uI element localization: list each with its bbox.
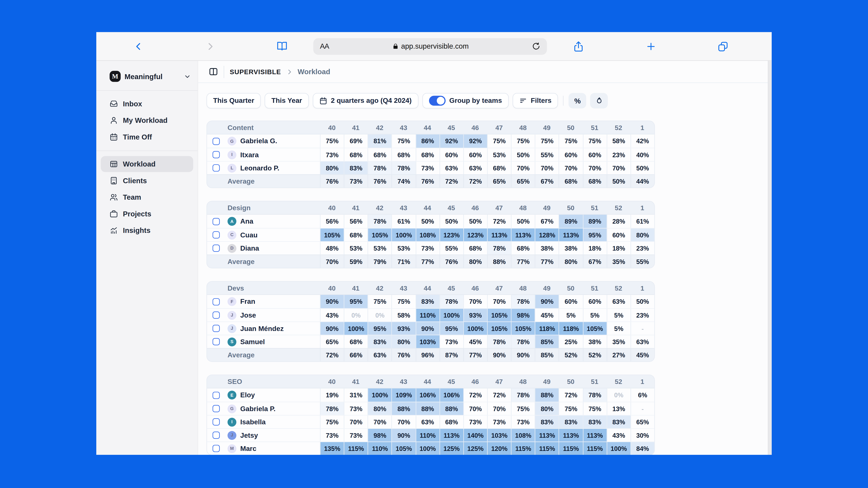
sidebar-item-inbox[interactable]: Inbox: [101, 96, 193, 112]
workload-cell[interactable]: 6%: [630, 388, 654, 402]
workload-cell[interactable]: 75%: [392, 134, 415, 148]
workload-cell[interactable]: 70%: [392, 416, 415, 428]
workload-cell[interactable]: 83%: [344, 162, 368, 174]
workload-cell[interactable]: 40%: [630, 149, 654, 161]
workload-cell[interactable]: 105%: [487, 309, 511, 322]
workload-cell[interactable]: 53%: [368, 242, 392, 255]
workload-cell[interactable]: 75%: [320, 134, 344, 148]
workload-cell[interactable]: 0%: [344, 309, 368, 322]
row-checkbox[interactable]: [212, 405, 220, 412]
workload-cell[interactable]: 85%: [535, 335, 559, 348]
workload-cell[interactable]: 109%: [392, 388, 415, 402]
workload-cell[interactable]: 93%: [392, 322, 415, 335]
bookmarks-button[interactable]: [276, 40, 288, 52]
workload-cell[interactable]: 72%: [559, 388, 583, 402]
workload-cell[interactable]: 55%: [535, 149, 559, 161]
workload-cell[interactable]: 56%: [344, 215, 368, 228]
workload-cell[interactable]: 50%: [630, 295, 654, 308]
workload-cell[interactable]: 108%: [511, 429, 535, 442]
workload-cell[interactable]: 118%: [559, 322, 583, 335]
workload-cell[interactable]: 23%: [630, 242, 654, 255]
member-name-cell[interactable]: GGabriela G.: [225, 134, 320, 148]
workload-cell[interactable]: 100%: [392, 229, 415, 241]
workload-cell[interactable]: 113%: [559, 429, 583, 442]
workload-cell[interactable]: 73%: [511, 416, 535, 428]
workload-cell[interactable]: 61%: [392, 215, 415, 228]
workload-cell[interactable]: 78%: [487, 335, 511, 348]
sidebar-item-team[interactable]: Team: [101, 189, 193, 205]
row-checkbox[interactable]: [212, 338, 220, 345]
workload-cell[interactable]: 60%: [607, 229, 630, 241]
workload-cell[interactable]: 75%: [583, 402, 607, 415]
workload-cell[interactable]: 75%: [559, 134, 583, 148]
workload-cell[interactable]: 88%: [535, 388, 559, 402]
workload-cell[interactable]: 72%: [487, 215, 511, 228]
workload-cell[interactable]: 81%: [368, 134, 392, 148]
workload-cell[interactable]: 5%: [559, 309, 583, 322]
workload-cell[interactable]: 73%: [344, 402, 368, 415]
workload-cell[interactable]: 90%: [415, 322, 439, 335]
workload-cell[interactable]: 68%: [511, 242, 535, 255]
workload-cell[interactable]: 5%: [607, 309, 630, 322]
workload-cell[interactable]: 63%: [415, 416, 439, 428]
workload-cell[interactable]: 30%: [630, 429, 654, 442]
workload-cell[interactable]: 88%: [439, 402, 463, 415]
member-name-cell[interactable]: MMarc: [225, 442, 320, 455]
workload-cell[interactable]: 70%: [511, 162, 535, 174]
workload-cell[interactable]: 95%: [439, 322, 463, 335]
address-bar[interactable]: AA app.supervisible.com: [313, 38, 547, 55]
workload-cell[interactable]: 28%: [607, 215, 630, 228]
workload-cell[interactable]: 68%: [487, 162, 511, 174]
this-year-button[interactable]: This Year: [265, 93, 309, 108]
workload-cell[interactable]: 100%: [439, 309, 463, 322]
workload-cell[interactable]: 68%: [439, 416, 463, 428]
row-checkbox[interactable]: [212, 164, 220, 171]
workload-cell[interactable]: 88%: [415, 402, 439, 415]
workload-cell[interactable]: 60%: [583, 149, 607, 161]
workload-cell[interactable]: 60%: [559, 295, 583, 308]
workload-cell[interactable]: 75%: [535, 134, 559, 148]
workload-cell[interactable]: 60%: [439, 149, 463, 161]
workload-cell[interactable]: 89%: [559, 215, 583, 228]
workload-cell[interactable]: 90%: [392, 429, 415, 442]
workload-cell[interactable]: 70%: [463, 402, 487, 415]
sidebar-item-my-workload[interactable]: My Workload: [101, 112, 193, 128]
workload-cell[interactable]: -: [630, 402, 654, 415]
workload-cell[interactable]: 92%: [439, 134, 463, 148]
workload-cell[interactable]: 53%: [344, 242, 368, 255]
back-button[interactable]: [133, 41, 143, 51]
workload-cell[interactable]: 113%: [487, 229, 511, 241]
workload-cell[interactable]: 70%: [583, 162, 607, 174]
workload-cell[interactable]: 80%: [535, 402, 559, 415]
workload-cell[interactable]: 92%: [463, 134, 487, 148]
workload-cell[interactable]: 80%: [368, 402, 392, 415]
member-name-cell[interactable]: EEloy: [225, 388, 320, 402]
workload-cell[interactable]: 50%: [415, 215, 439, 228]
member-name-cell[interactable]: JJuan Méndez: [225, 322, 320, 335]
app-brand[interactable]: SUPERVISIBLE: [230, 68, 281, 76]
workload-cell[interactable]: 90%: [320, 295, 344, 308]
member-name-cell[interactable]: DDiana: [225, 242, 320, 255]
workload-cell[interactable]: 70%: [607, 162, 630, 174]
member-name-cell[interactable]: GGabriela P.: [225, 402, 320, 415]
workload-cell[interactable]: 72%: [463, 388, 487, 402]
sidebar-item-clients[interactable]: Clients: [101, 173, 193, 189]
workload-cell[interactable]: 95%: [368, 322, 392, 335]
workload-cell[interactable]: 100%: [368, 388, 392, 402]
workload-cell[interactable]: 105%: [583, 322, 607, 335]
workload-cell[interactable]: 105%: [487, 322, 511, 335]
workload-cell[interactable]: 108%: [415, 229, 439, 241]
workload-cell[interactable]: 110%: [368, 442, 392, 455]
workload-cell[interactable]: 84%: [630, 442, 654, 455]
workload-cell[interactable]: 75%: [368, 295, 392, 308]
workload-cell[interactable]: 50%: [439, 215, 463, 228]
workload-cell[interactable]: 55%: [439, 242, 463, 255]
workload-cell[interactable]: 72%: [487, 388, 511, 402]
workspace-switcher[interactable]: M Meaningful: [96, 68, 197, 85]
workload-cell[interactable]: 78%: [511, 295, 535, 308]
workload-cell[interactable]: 105%: [511, 322, 535, 335]
workload-cell[interactable]: 98%: [368, 429, 392, 442]
workload-cell[interactable]: 53%: [392, 242, 415, 255]
scrollbar-gutter[interactable]: [768, 61, 772, 455]
row-checkbox[interactable]: [212, 325, 220, 332]
